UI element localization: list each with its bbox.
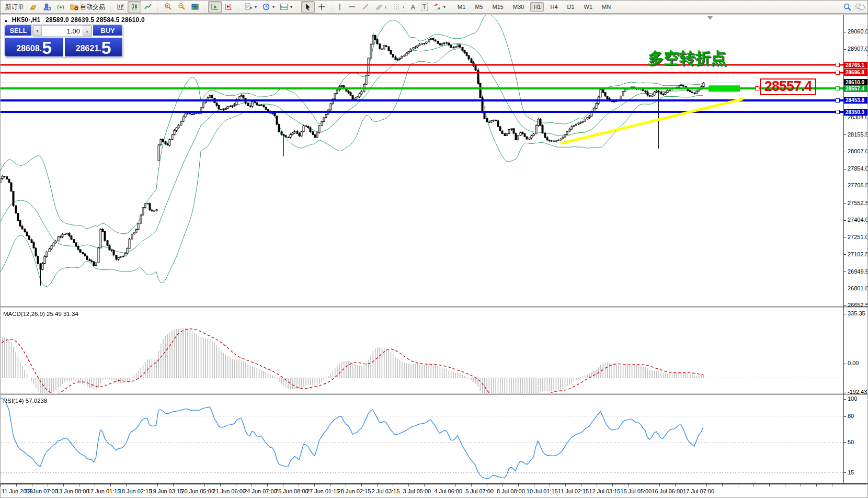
time-axis[interactable]: 11 Jun 201912 Jun 07:0013 Jun 08:0017 Ju… — [1, 483, 868, 498]
indicators-button[interactable]: ▾ — [277, 1, 295, 13]
collapse-panel-icon[interactable]: ▲ — [4, 18, 8, 23]
line-chart-button[interactable] — [141, 1, 155, 13]
time-tick-label: 13 Jun 08:00 — [56, 488, 89, 494]
volume-increase-button[interactable]: ▲ — [83, 26, 92, 36]
timeframe-m5-button[interactable]: M5 — [472, 2, 486, 12]
channel-e-label: E — [385, 5, 387, 9]
gold-button[interactable] — [27, 1, 40, 13]
crosshair-button[interactable] — [315, 1, 328, 13]
price-tick-label: 28155.5 — [844, 131, 868, 138]
fibonacci-button[interactable]: F — [390, 1, 408, 13]
time-tick-label: 17 Jun 01:15 — [87, 488, 121, 494]
one-click-trading-panel: SELL ▼ 1.00 ▲ BUY 28608.5 28621.5 — [5, 25, 123, 57]
time-tick-label: 28 Jun 02:15 — [338, 488, 371, 494]
horizontal-line-icon — [348, 3, 356, 11]
cursor-icon — [304, 3, 312, 11]
volume-input[interactable]: 1.00 — [42, 26, 83, 36]
timeframe-w1-button[interactable]: W1 — [581, 2, 596, 12]
toolbar-separator — [451, 3, 452, 12]
tile-windows-icon — [191, 3, 199, 11]
sell-label: SELL — [9, 27, 27, 35]
chart-shift-marker[interactable] — [707, 16, 713, 20]
price-label-box[interactable]: 28557.4 — [760, 78, 816, 95]
signal-icon — [56, 3, 65, 11]
buy-button[interactable]: BUY — [93, 25, 122, 37]
autotrade-button[interactable]: 自动交易 — [67, 1, 108, 13]
fibonacci-icon — [393, 3, 401, 11]
bar-chart-button[interactable] — [114, 1, 128, 13]
macd-pane-canvas[interactable] — [1, 308, 843, 393]
channel-button[interactable]: E — [372, 1, 390, 13]
chevron-down-icon: ▾ — [443, 5, 446, 9]
tick-mark — [844, 169, 846, 169]
volume-decrease-button[interactable]: ▼ — [33, 26, 42, 36]
channel-icon — [375, 3, 383, 11]
vertical-line-button[interactable] — [335, 1, 345, 13]
tick-mark — [844, 220, 846, 221]
autoscroll-button[interactable] — [208, 1, 222, 13]
horizontal-line-button[interactable] — [345, 1, 359, 13]
time-tick-label: 3 Jul 05:00 — [403, 488, 431, 494]
tick-mark — [844, 134, 846, 135]
timeframe-h1-button[interactable]: H1 — [530, 2, 544, 12]
candlestick-chart-button[interactable] — [128, 1, 141, 13]
cursor-button[interactable] — [301, 1, 315, 13]
toolbar-separator — [331, 3, 332, 12]
zoom-in-button[interactable] — [161, 1, 175, 13]
time-tick-label: 12 Jun 07:00 — [25, 488, 58, 494]
sell-button[interactable]: SELL — [5, 25, 31, 37]
tick-mark — [844, 392, 846, 392]
rsi-tick-label: 15 — [844, 469, 854, 476]
signal-button[interactable] — [54, 1, 67, 13]
price-badge: 28696.8 — [844, 69, 868, 76]
tick-mark — [844, 49, 846, 50]
new-chart-button[interactable]: ▾ — [242, 1, 259, 13]
up-arrow-icon: ▲ — [85, 29, 89, 33]
tick-mark — [844, 152, 846, 152]
sell-price-button[interactable]: 28608.5 — [5, 38, 63, 56]
buy-price-button[interactable]: 28621.5 — [65, 38, 123, 56]
search-icon[interactable] — [843, 3, 852, 12]
tick-mark — [844, 289, 846, 289]
chart-window: ▲ HK50-,H1 28589.0 28639.5 28584.5 28610… — [1, 15, 868, 498]
arrows-icon — [433, 3, 441, 11]
turning-point-annotation[interactable]: 多空转折点 — [648, 48, 726, 69]
volume-stepper: ▼ 1.00 ▲ — [32, 25, 92, 37]
trendline-button[interactable] — [359, 1, 372, 13]
chevron-down-icon: ▾ — [290, 5, 292, 9]
tick-mark — [844, 271, 846, 272]
time-tick-label: 11 Jul 02:15 — [558, 488, 589, 494]
chart-shift-button[interactable] — [222, 1, 235, 13]
price-badge: 28765.1 — [844, 62, 868, 69]
community-chat-icon[interactable] — [855, 3, 865, 11]
timeframe-m30-button[interactable]: M30 — [510, 2, 527, 12]
price-badge: 28350.3 — [844, 109, 868, 116]
buy-label: BUY — [100, 27, 115, 35]
arrows-button[interactable]: ▾ — [430, 1, 448, 13]
macd-indicator-label: MACD(12,26,9) 25.49 31.34 — [3, 311, 78, 317]
text-button[interactable]: A — [408, 1, 418, 13]
time-tick-label: 18 Jun 02:15 — [119, 488, 152, 494]
timeframe-m15-button[interactable]: M15 — [489, 2, 507, 12]
clock-icon — [262, 3, 270, 11]
timeframe-h4-button[interactable]: H4 — [547, 2, 561, 12]
macd-tick-label: -192.43 — [844, 389, 867, 395]
crosshair-icon — [317, 3, 326, 11]
rsi-pane-canvas[interactable] — [1, 395, 843, 483]
text-label-button[interactable]: T — [418, 1, 430, 13]
period-button[interactable]: ▾ — [259, 1, 277, 13]
autotrade-label: 自动交易 — [80, 3, 105, 12]
tick-mark — [844, 416, 846, 417]
new-order-button[interactable]: 新订单 — [3, 1, 27, 13]
zoom-out-button[interactable] — [175, 1, 188, 13]
profile-button[interactable] — [40, 1, 54, 13]
quote-bar: ▲ HK50-,H1 28589.0 28639.5 28584.5 28610… — [4, 16, 145, 24]
timeframe-m1-button[interactable]: M1 — [454, 2, 469, 12]
tile-windows-button[interactable] — [188, 1, 202, 13]
timeframe-mn-button[interactable]: MN — [599, 2, 614, 12]
timeframe-d1-button[interactable]: D1 — [564, 2, 578, 12]
tick-mark — [844, 364, 846, 364]
fibo-f-label: F — [403, 5, 405, 9]
time-axis-ticks — [1, 484, 843, 486]
macd-tick-label: 335.35 — [844, 310, 865, 316]
